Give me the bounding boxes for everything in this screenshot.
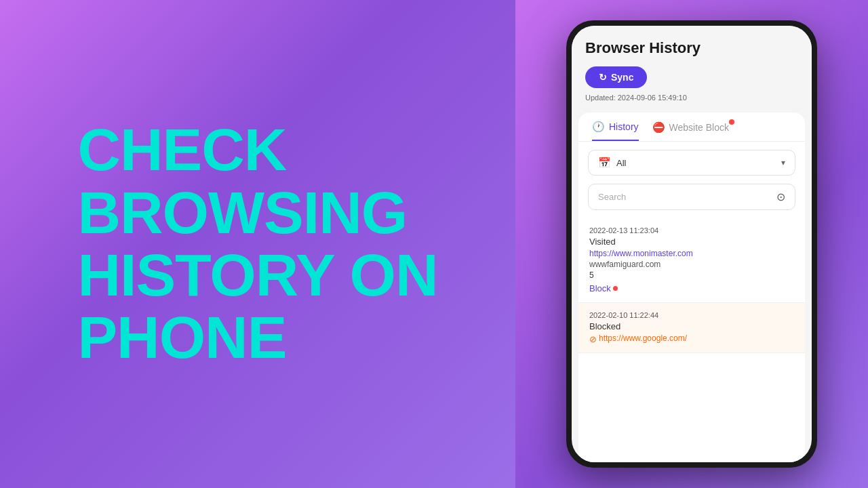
chevron-down-icon: ▾ <box>781 158 785 167</box>
left-panel: CHECK BROWSING HISTORY ON PHONE <box>0 0 515 488</box>
right-panel: Browser History ↻ Sync Updated: 2024-09-… <box>515 0 868 488</box>
history-tab-label: History <box>609 121 639 132</box>
sync-label: Sync <box>611 72 633 83</box>
history-domain-1: wwwfamiguard.com <box>589 260 794 269</box>
tabs-container: 🕐 History ⛔ Website Block <box>578 113 805 142</box>
blocked-icon-2: ⊘ <box>589 334 597 344</box>
history-count-1: 5 <box>589 270 794 280</box>
block-link-1[interactable]: Block <box>589 283 618 293</box>
history-url-2[interactable]: https://www.google.com/ <box>599 333 687 343</box>
block-dot-1 <box>613 286 618 291</box>
history-item-1: 2022-02-13 11:23:04 Visited https://www.… <box>578 218 805 303</box>
phone-screen: Browser History ↻ Sync Updated: 2024-09-… <box>572 26 812 462</box>
updated-text: Updated: 2024-09-06 15:49:10 <box>585 94 798 102</box>
phone-frame: Browser History ↻ Sync Updated: 2024-09-… <box>566 20 817 468</box>
search-box[interactable]: Search ⊙ <box>588 184 795 210</box>
app-header: Browser History ↻ Sync Updated: 2024-09-… <box>572 26 812 113</box>
search-section: Search ⊙ <box>578 181 805 216</box>
sync-icon: ↻ <box>599 72 607 83</box>
app-title: Browser History <box>585 39 798 57</box>
app-content: 🕐 History ⛔ Website Block 📅 All <box>578 113 805 462</box>
tab-history[interactable]: 🕐 History <box>592 121 639 141</box>
website-block-tab-icon: ⛔ <box>652 121 665 134</box>
website-block-tab-label: Website Block <box>669 122 729 133</box>
search-icon: ⊙ <box>776 190 785 203</box>
filter-dropdown[interactable]: 📅 All ▾ <box>588 150 795 176</box>
hero-line4: PHONE <box>77 306 437 369</box>
history-item-2: 2022-02-10 11:22:44 Blocked ⊘ https://ww… <box>578 303 805 353</box>
website-block-dot <box>729 119 734 125</box>
filter-section: 📅 All ▾ <box>578 142 805 181</box>
history-url-1[interactable]: https://www.monimaster.com <box>589 249 794 258</box>
hero-line2: BROWSING <box>77 182 437 244</box>
filter-left: 📅 All <box>598 157 626 169</box>
hero-line3: HISTORY ON <box>77 244 437 306</box>
history-status-2: Blocked <box>589 321 794 331</box>
sync-button[interactable]: ↻ Sync <box>585 66 647 88</box>
hero-text: CHECK BROWSING HISTORY ON PHONE <box>77 119 437 369</box>
history-list: 2022-02-13 11:23:04 Visited https://www.… <box>578 216 805 462</box>
calendar-icon: 📅 <box>598 157 611 169</box>
hero-line1: CHECK <box>77 119 437 181</box>
history-date-2: 2022-02-10 11:22:44 <box>589 311 794 319</box>
history-tab-icon: 🕐 <box>592 121 605 133</box>
search-input[interactable]: Search <box>598 192 776 202</box>
filter-label: All <box>616 158 626 168</box>
history-status-1: Visited <box>589 237 794 247</box>
tab-website-block[interactable]: ⛔ Website Block <box>652 121 729 141</box>
history-date-1: 2022-02-13 11:23:04 <box>589 226 794 235</box>
